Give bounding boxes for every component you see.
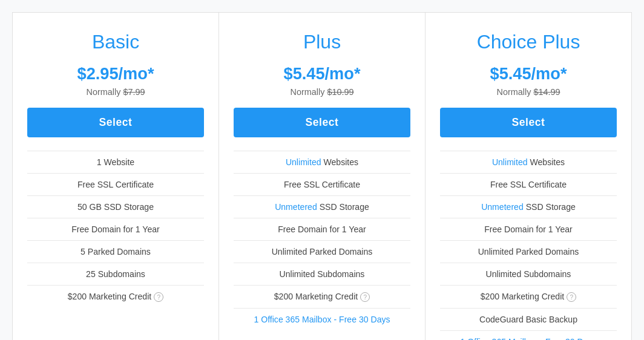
plan-title-choice-plus: Choice Plus: [477, 31, 580, 53]
select-button-basic[interactable]: Select: [27, 108, 204, 137]
features-list-plus: Unlimited WebsitesFree SSL CertificateUn…: [234, 151, 410, 330]
list-item: Unlimited Parked Domains: [234, 240, 410, 263]
plan-card-basic: Basic$2.95/mo*Normally $7.99Select1 Webs…: [12, 12, 219, 340]
list-item[interactable]: 1 Office 365 Mailbox - Free 30 Days: [234, 308, 410, 330]
features-list-basic: 1 WebsiteFree SSL Certificate50 GB SSD S…: [27, 151, 204, 308]
plan-title-plus: Plus: [303, 31, 341, 53]
list-item: Free Domain for 1 Year: [234, 218, 410, 240]
plan-price-basic: $2.95/mo*: [77, 64, 154, 83]
feature-link-choice-plus-8[interactable]: 1 Office 365 Mailbox - Free 30 Days: [460, 337, 596, 340]
list-item: Free Domain for 1 Year: [440, 218, 617, 240]
list-item: $200 Marketing Credit?: [27, 285, 204, 308]
list-item: Unmetered SSD Storage: [440, 195, 617, 218]
plan-price-plus: $5.45/mo*: [284, 64, 361, 83]
plan-normal-price-choice-plus: Normally $14.99: [497, 87, 560, 97]
info-icon[interactable]: ?: [360, 292, 370, 302]
list-item: Free SSL Certificate: [27, 173, 204, 195]
highlight-text: Unlimited: [286, 157, 321, 167]
features-list-choice-plus: Unlimited WebsitesFree SSL CertificateUn…: [440, 151, 617, 340]
list-item: Unmetered SSD Storage: [234, 195, 410, 218]
list-item[interactable]: 1 Office 365 Mailbox - Free 30 Days: [440, 330, 617, 340]
list-item: 5 Parked Domains: [27, 240, 204, 263]
list-item: Unlimited Websites: [440, 151, 617, 173]
list-item: 25 Subdomains: [27, 263, 204, 285]
select-button-choice-plus[interactable]: Select: [440, 108, 617, 137]
select-button-plus[interactable]: Select: [234, 108, 410, 137]
list-item: Unlimited Subdomains: [440, 263, 617, 285]
list-item: Unlimited Websites: [234, 151, 410, 173]
list-item: $200 Marketing Credit?: [440, 285, 617, 308]
list-item: 50 GB SSD Storage: [27, 195, 204, 218]
plan-title-basic: Basic: [92, 31, 139, 53]
list-item: Free SSL Certificate: [440, 173, 617, 195]
highlight-text: Unmetered: [481, 202, 524, 212]
plans-container: Basic$2.95/mo*Normally $7.99Select1 Webs…: [12, 12, 632, 340]
list-item: Free Domain for 1 Year: [27, 218, 204, 240]
plan-card-choice-plus: Choice Plus$5.45/mo*Normally $14.99Selec…: [426, 12, 632, 340]
plan-price-choice-plus: $5.45/mo*: [490, 64, 567, 83]
feature-link-plus-7[interactable]: 1 Office 365 Mailbox - Free 30 Days: [254, 315, 390, 324]
list-item: $200 Marketing Credit?: [234, 285, 410, 308]
list-item: Unlimited Subdomains: [234, 263, 410, 285]
info-icon[interactable]: ?: [567, 292, 576, 302]
plan-card-plus: Plus$5.45/mo*Normally $10.99SelectUnlimi…: [219, 12, 426, 340]
plan-normal-price-basic: Normally $7.99: [87, 87, 145, 97]
list-item: 1 Website: [27, 151, 204, 173]
list-item: Free SSL Certificate: [234, 173, 410, 195]
info-icon[interactable]: ?: [154, 292, 163, 302]
plan-normal-price-plus: Normally $10.99: [291, 87, 354, 97]
list-item: CodeGuard Basic Backup: [440, 308, 617, 330]
highlight-text: Unmetered: [275, 202, 317, 212]
highlight-text: Unlimited: [492, 157, 528, 167]
list-item: Unlimited Parked Domains: [440, 240, 617, 263]
